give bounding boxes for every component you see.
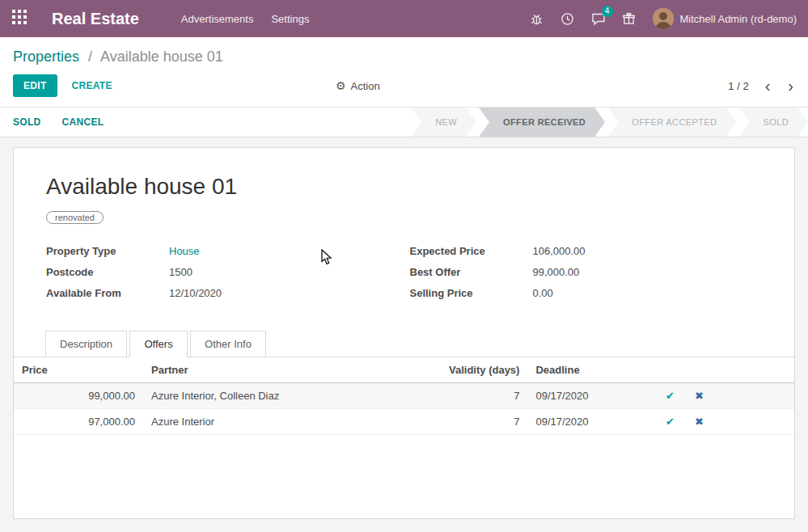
accept-offer-button[interactable]: ✔: [664, 415, 676, 429]
column-header-price[interactable]: Price: [14, 357, 143, 383]
accept-offer-button[interactable]: ✔: [664, 389, 676, 403]
field-property-type: Property Type House: [46, 245, 404, 257]
pager-previous-button[interactable]: ‹: [764, 78, 772, 94]
field-expected-price: Expected Price 106,000.00: [410, 245, 763, 257]
tab-other-info[interactable]: Other Info: [190, 331, 266, 357]
statusbar: SOLD CANCEL NEW OFFER RECEIVED OFFER ACC…: [0, 107, 808, 137]
offer-price: 99,000.00: [14, 383, 143, 409]
control-panel: Properties / Available house 01 EDIT CRE…: [0, 37, 808, 107]
menu-advertisements[interactable]: Advertisements: [181, 8, 254, 30]
property-type-link[interactable]: House: [169, 245, 200, 257]
sheet-header: Available house 01 renovated: [14, 148, 794, 224]
main-menu: Advertisements Settings: [181, 8, 310, 30]
action-menu-button[interactable]: ⚙ Action: [336, 79, 380, 92]
record-sheet: Available house 01 renovated Property Ty…: [13, 147, 795, 519]
breadcrumb-current: Available house 01: [100, 49, 223, 65]
field-label: Property Type: [46, 245, 169, 257]
state-sold[interactable]: SOLD: [738, 108, 808, 137]
create-button[interactable]: CREATE: [72, 80, 112, 91]
pager-next-button[interactable]: ›: [786, 78, 795, 94]
tab-description[interactable]: Description: [45, 331, 127, 357]
apps-menu-button[interactable]: [0, 0, 39, 37]
activities-clock-icon[interactable]: [561, 11, 575, 26]
statusbar-actions: SOLD CANCEL: [13, 108, 104, 137]
field-available-from: Available From 12/10/2020: [46, 287, 404, 299]
notebook-tabs: Description Offers Other Info: [14, 331, 794, 357]
offer-deadline: 09/17/2020: [527, 383, 655, 409]
column-header-partner[interactable]: Partner: [143, 357, 441, 383]
menu-settings[interactable]: Settings: [271, 8, 309, 30]
message-count-badge: 4: [602, 6, 613, 17]
offer-row[interactable]: 99,000.00 Azure Interior, Colleen Diaz 7…: [14, 383, 794, 409]
top-navbar: Real Estate Advertisements Settings 4: [0, 0, 808, 37]
field-groups: Property Type House Postcode 1500 Availa…: [14, 224, 794, 308]
field-selling-price: Selling Price 0.00: [410, 287, 763, 299]
field-column-right: Expected Price 106,000.00 Best Offer 99,…: [404, 245, 763, 308]
field-best-offer: Best Offer 99,000.00: [410, 266, 763, 278]
avatar: [653, 8, 674, 29]
breadcrumb-properties[interactable]: Properties: [13, 49, 79, 65]
form-view: Available house 01 renovated Property Ty…: [0, 137, 808, 532]
field-column-left: Property Type House Postcode 1500 Availa…: [46, 245, 404, 308]
column-header-spacer: [713, 357, 794, 383]
user-name: Mitchell Admin (rd-demo): [680, 13, 797, 25]
available-from-value: 12/10/2020: [169, 287, 222, 299]
field-postcode: Postcode 1500: [46, 266, 404, 278]
column-header-validity[interactable]: Validity (days): [441, 357, 527, 383]
offer-row[interactable]: 97,000.00 Azure Interior 7 09/17/2020 ✔ …: [14, 409, 794, 435]
field-label: Best Offer: [410, 266, 533, 278]
expected-price-value: 106,000.00: [533, 245, 586, 257]
refuse-offer-button[interactable]: ✖: [693, 415, 705, 429]
field-label: Postcode: [46, 266, 169, 278]
breadcrumb: Properties / Available house 01: [0, 37, 808, 73]
debug-bug-icon[interactable]: [530, 11, 544, 26]
offer-partner: Azure Interior: [143, 409, 441, 435]
pager-value: 1 / 2: [728, 80, 748, 92]
apps-grid-icon: [12, 10, 27, 27]
row-spacer: [713, 409, 794, 435]
state-new[interactable]: NEW: [411, 108, 476, 137]
offers-table-header-row: Price Partner Validity (days) Deadline: [14, 357, 794, 383]
tag-renovated: renovated: [46, 211, 104, 224]
edit-button[interactable]: EDIT: [13, 74, 57, 97]
offers-table: Price Partner Validity (days) Deadline 9…: [14, 357, 794, 435]
field-label: Selling Price: [410, 287, 533, 299]
offer-validity: 7: [441, 383, 527, 409]
gift-icon[interactable]: [622, 11, 637, 26]
postcode-value: 1500: [169, 266, 192, 278]
selling-price-value: 0.00: [533, 287, 553, 299]
column-header-refuse: [684, 357, 713, 383]
column-header-accept: [655, 357, 684, 383]
pager: 1 / 2 ‹ ›: [728, 78, 795, 94]
action-label: Action: [351, 80, 380, 92]
app-title[interactable]: Real Estate: [52, 10, 139, 28]
field-label: Available From: [46, 287, 169, 299]
best-offer-value: 99,000.00: [533, 266, 580, 278]
state-offer-received[interactable]: OFFER RECEIVED: [479, 108, 605, 137]
column-header-deadline[interactable]: Deadline: [527, 357, 655, 383]
gear-icon: ⚙: [336, 79, 346, 92]
tab-offers[interactable]: Offers: [129, 331, 187, 357]
record-title: Available house 01: [46, 174, 762, 200]
offer-partner: Azure Interior, Colleen Diaz: [143, 383, 441, 409]
offer-deadline: 09/17/2020: [527, 409, 655, 435]
user-menu[interactable]: Mitchell Admin (rd-demo): [653, 8, 797, 29]
cancel-button[interactable]: CANCEL: [62, 116, 104, 128]
refuse-offer-button[interactable]: ✖: [693, 389, 705, 403]
messages-chat-icon[interactable]: 4: [591, 11, 606, 26]
offer-price: 97,000.00: [14, 409, 143, 435]
control-panel-buttons: EDIT CREATE ⚙ Action 1 / 2 ‹ ›: [0, 73, 808, 107]
breadcrumb-separator: /: [88, 49, 92, 65]
navbar-systray: 4 Mitchell Admin (rd-demo): [530, 8, 797, 29]
offer-validity: 7: [441, 409, 527, 435]
row-spacer: [713, 383, 794, 409]
field-label: Expected Price: [410, 245, 533, 257]
state-offer-accepted[interactable]: OFFER ACCEPTED: [607, 108, 736, 137]
status-pipeline: NEW OFFER RECEIVED OFFER ACCEPTED SOLD: [408, 108, 808, 137]
sold-button[interactable]: SOLD: [13, 116, 41, 128]
